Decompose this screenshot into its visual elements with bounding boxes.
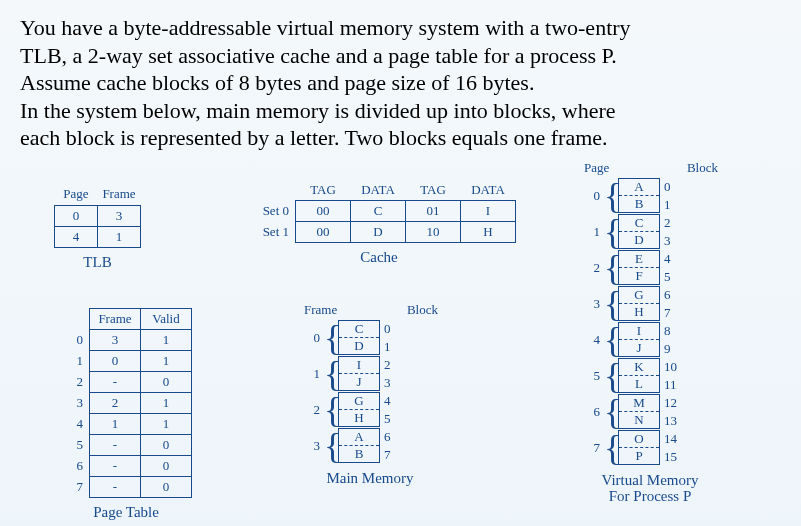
main-memory: Frame Block 0{CD011{IJ232{GH453{AB67 Mai…	[300, 302, 440, 487]
brace-icon: {	[604, 253, 618, 283]
pt-cell: 0	[141, 476, 192, 497]
vm-page-header: Page	[584, 160, 609, 176]
pt-idx: 2	[60, 371, 90, 392]
vm-row: 5{KL1011	[580, 358, 720, 394]
mm-block: C	[339, 321, 379, 338]
pt-idx: 3	[60, 392, 90, 413]
vm-block: I	[619, 323, 659, 340]
tlb-header-page: Page	[55, 184, 98, 206]
mm-row: 3{AB67	[300, 428, 440, 464]
vm-row: 3{GH67	[580, 286, 720, 322]
pt-cell: 1	[141, 392, 192, 413]
vm-block: E	[619, 251, 659, 268]
mm-row: 0{CD01	[300, 320, 440, 356]
vm-row: 4{IJ89	[580, 322, 720, 358]
desc-line: In the system below, main memory is divi…	[20, 98, 616, 123]
vm-row: 7{OP1415	[580, 430, 720, 466]
pt-cell: 2	[90, 392, 141, 413]
cache-cell: 01	[406, 200, 461, 221]
vm-block-index: 1011	[660, 358, 686, 394]
brace-icon: {	[604, 361, 618, 391]
pt-cell: -	[90, 434, 141, 455]
cache-title: Cache	[242, 249, 516, 266]
diagram-area: Page Frame 0 3 4 1 TLB TAG DATA TAG DATA	[20, 162, 781, 512]
desc-line: TLB, a 2-way set associative cache and a…	[20, 43, 617, 68]
tlb-header-frame: Frame	[98, 184, 141, 206]
mm-row: 2{GH45	[300, 392, 440, 428]
mm-index: 2	[300, 402, 324, 418]
brace-icon: {	[324, 431, 338, 461]
vm-block-pair: OP	[618, 430, 660, 465]
mm-block: G	[339, 393, 379, 410]
mm-block-pair: CD	[338, 320, 380, 355]
cache-header: TAG	[406, 180, 461, 201]
pt-cell: 1	[141, 350, 192, 371]
mm-block: H	[339, 410, 379, 426]
virtual-memory-title: Virtual Memory For Process P	[580, 472, 720, 505]
vm-block: P	[619, 448, 659, 464]
vm-block-pair: EF	[618, 250, 660, 285]
tlb-cell: 4	[55, 226, 98, 247]
cache-set-label: Set 1	[242, 221, 296, 242]
mm-frame-header: Frame	[304, 302, 337, 318]
main-memory-title: Main Memory	[300, 470, 440, 487]
cache-cell: C	[351, 200, 406, 221]
vm-row: 0{AB01	[580, 178, 720, 214]
cache-cell: 00	[296, 221, 351, 242]
cache-cell: 10	[406, 221, 461, 242]
page-table-title: Page Table	[60, 504, 192, 521]
pt-idx: 6	[60, 455, 90, 476]
problem-description: You have a byte-addressable virtual memo…	[20, 14, 781, 152]
tlb-cell: 0	[55, 205, 98, 226]
vm-index: 6	[580, 404, 604, 420]
brace-icon: {	[604, 217, 618, 247]
vm-block: A	[619, 179, 659, 196]
vm-block-index: 1415	[660, 430, 686, 466]
mm-index: 0	[300, 330, 324, 346]
brace-icon: {	[604, 433, 618, 463]
tlb-cell: 3	[98, 205, 141, 226]
mm-block: I	[339, 357, 379, 374]
tlb-table: Page Frame 0 3 4 1 TLB	[54, 184, 141, 271]
vm-block: K	[619, 359, 659, 376]
pt-idx: 4	[60, 413, 90, 434]
vm-index: 5	[580, 368, 604, 384]
cache-cell: I	[461, 200, 516, 221]
pt-cell: 0	[141, 371, 192, 392]
mm-block-index: 45	[380, 392, 406, 428]
mm-block: A	[339, 429, 379, 446]
mm-block-header: Block	[407, 302, 438, 318]
desc-line: Assume cache blocks of 8 bytes and page …	[20, 70, 534, 95]
cache-header: DATA	[461, 180, 516, 201]
pt-cell: 1	[90, 413, 141, 434]
pt-header: Frame	[90, 308, 141, 329]
pt-cell: 1	[141, 329, 192, 350]
mm-index: 3	[300, 438, 324, 454]
vm-block: B	[619, 196, 659, 212]
vm-block-pair: IJ	[618, 322, 660, 357]
vm-row: 1{CD23	[580, 214, 720, 250]
cache-cell: 00	[296, 200, 351, 221]
vm-block-pair: CD	[618, 214, 660, 249]
tlb-cell: 1	[98, 226, 141, 247]
cache-table: TAG DATA TAG DATA Set 0 00 C 01 I Set 1 …	[242, 180, 516, 266]
cache-cell: D	[351, 221, 406, 242]
vm-block: L	[619, 376, 659, 392]
vm-block-header: Block	[687, 160, 718, 176]
mm-block-index: 23	[380, 356, 406, 392]
vm-block: J	[619, 340, 659, 356]
mm-block: B	[339, 446, 379, 462]
vm-row: 2{EF45	[580, 250, 720, 286]
vm-index: 4	[580, 332, 604, 348]
mm-block-pair: IJ	[338, 356, 380, 391]
pt-idx: 7	[60, 476, 90, 497]
vm-block-index: 1213	[660, 394, 686, 430]
vm-block: O	[619, 431, 659, 448]
vm-block-index: 45	[660, 250, 686, 286]
pt-cell: -	[90, 455, 141, 476]
brace-icon: {	[324, 395, 338, 425]
pt-idx: 5	[60, 434, 90, 455]
desc-line: You have a byte-addressable virtual memo…	[20, 15, 631, 40]
pt-idx: 0	[60, 329, 90, 350]
vm-block-pair: AB	[618, 178, 660, 213]
